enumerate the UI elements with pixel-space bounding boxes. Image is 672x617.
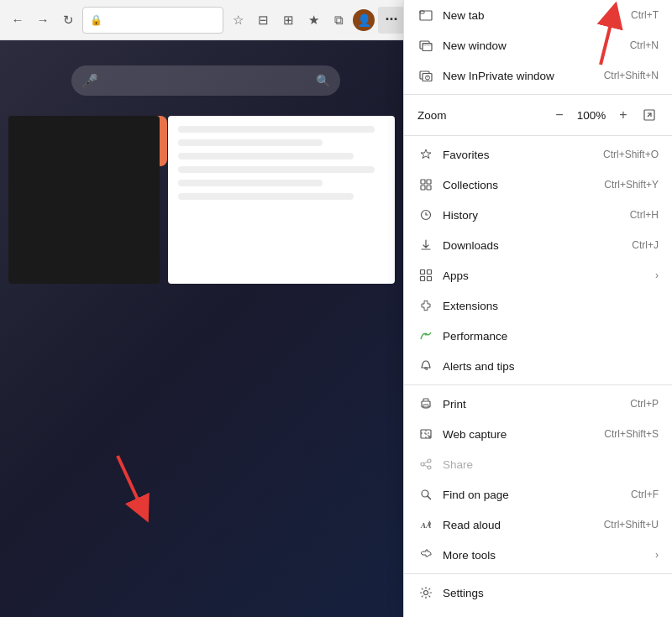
svg-rect-23	[421, 277, 425, 281]
content-line	[178, 139, 323, 146]
webcapture-label: Web capture	[443, 428, 597, 441]
menu-item-downloads[interactable]: Downloads Ctrl+J	[404, 230, 672, 260]
menu-item-alerts[interactable]: Alerts and tips	[404, 351, 672, 381]
collections-icon[interactable]: ⊞	[277, 9, 299, 31]
menu-item-settings[interactable]: Settings	[404, 578, 672, 608]
address-bar[interactable]: 🔒	[82, 7, 223, 34]
favorites-label: Favorites	[443, 149, 596, 161]
menu-item-apps[interactable]: Apps ›	[404, 260, 672, 290]
moretools-label: More tools	[443, 549, 652, 562]
content-line	[178, 126, 375, 133]
divider-2	[404, 135, 672, 136]
svg-rect-8	[423, 44, 432, 46]
alerts-label: Alerts and tips	[443, 360, 659, 373]
zoom-value: 100%	[576, 109, 606, 122]
menu-item-collections[interactable]: Collections Ctrl+Shift+Y	[404, 170, 672, 200]
svg-point-25	[425, 333, 428, 336]
zoom-plus-button[interactable]: +	[613, 105, 633, 125]
browser-toolbar: ← → ↻ 🔒 ☆ ⊟ ⊞ ★ ⧉ 👤 ···	[0, 0, 412, 40]
moretools-arrow: ›	[655, 549, 659, 561]
performance-icon	[417, 327, 434, 344]
svg-line-34	[424, 465, 428, 467]
svg-rect-4	[420, 11, 432, 20]
print-label: Print	[443, 398, 623, 410]
favorites-icon[interactable]: ★	[302, 9, 324, 31]
print-shortcut: Ctrl+P	[630, 398, 659, 410]
settings-label: Settings	[443, 587, 659, 599]
browser-background: ← → ↻ 🔒 ☆ ⊟ ⊞ ★ ⧉ 👤 ··· 🎤 🔍 link1	[0, 0, 412, 617]
menu-item-moretools[interactable]: More tools ›	[404, 540, 672, 570]
menu-item-share: Share	[404, 449, 672, 479]
extensions-icon	[417, 297, 434, 314]
svg-rect-22	[428, 270, 432, 275]
menu-item-webcapture[interactable]: Web capture Ctrl+Shift+S	[404, 419, 672, 449]
menu-item-inprivate[interactable]: New InPrivate window Ctrl+Shift+N	[404, 60, 672, 91]
menu-item-extensions[interactable]: Extensions	[404, 290, 672, 321]
menu-item-new-tab[interactable]: New tab Ctrl+T	[404, 0, 672, 30]
content-panel	[168, 116, 395, 284]
divider-1	[404, 94, 672, 95]
zoom-expand-button[interactable]	[640, 106, 659, 124]
collections-shortcut: Ctrl+Shift+Y	[604, 179, 659, 191]
downloads-shortcut: Ctrl+J	[632, 239, 659, 251]
moretools-icon	[417, 546, 434, 563]
favorites-icon	[417, 146, 434, 163]
user-avatar[interactable]: 👤	[353, 9, 375, 31]
inprivate-label: New InPrivate window	[443, 70, 597, 82]
share-icon	[417, 456, 434, 473]
downloads-label: Downloads	[443, 239, 625, 252]
extensions-label: Extensions	[443, 300, 659, 312]
apps-icon	[417, 267, 434, 284]
back-button[interactable]: ←	[7, 9, 29, 31]
svg-point-32	[428, 466, 431, 469]
performance-label: Performance	[443, 330, 659, 342]
content-line	[178, 193, 354, 200]
search-bar[interactable]: 🎤 🔍	[71, 65, 340, 96]
svg-rect-21	[421, 270, 425, 275]
history-label: History	[443, 209, 623, 222]
svg-rect-18	[427, 186, 431, 190]
find-label: Find on page	[443, 489, 624, 501]
history-shortcut: Ctrl+H	[630, 209, 659, 221]
zoom-control: Zoom − 100% +	[404, 98, 672, 132]
svg-rect-15	[421, 180, 425, 184]
collections-icon	[417, 176, 434, 193]
favorites-shortcut: Ctrl+Shift+O	[603, 149, 659, 160]
menu-item-favorites[interactable]: Favorites Ctrl+Shift+O	[404, 139, 672, 170]
svg-point-39	[424, 591, 428, 595]
alerts-icon	[417, 358, 434, 374]
divider-4	[404, 573, 672, 574]
zoom-controls: − 100% +	[549, 105, 659, 125]
refresh-button[interactable]: ↻	[57, 9, 79, 31]
new-tab-icon	[417, 7, 434, 24]
svg-rect-24	[428, 277, 432, 281]
menu-item-history[interactable]: History Ctrl+H	[404, 200, 672, 230]
content-line	[178, 153, 354, 159]
svg-point-31	[421, 463, 424, 466]
forward-button[interactable]: →	[32, 9, 54, 31]
menu-item-readaloud[interactable]: A 𝐴 Read aloud Ctrl+Shift+U	[404, 510, 672, 540]
settings-icon	[417, 584, 434, 601]
readaloud-shortcut: Ctrl+Shift+U	[604, 519, 659, 531]
menu-item-performance[interactable]: Performance	[404, 321, 672, 351]
new-window-icon	[417, 37, 434, 54]
readaloud-label: Read aloud	[443, 519, 597, 531]
downloads-icon	[417, 237, 434, 254]
find-icon	[417, 486, 434, 503]
star-icon[interactable]: ☆	[227, 9, 249, 31]
split-icon[interactable]: ⊟	[252, 9, 274, 31]
menu-item-help[interactable]: Help and feedback ›	[404, 608, 672, 617]
menu-item-new-window[interactable]: New window Ctrl+N	[404, 30, 672, 60]
readaloud-icon: A 𝐴	[417, 516, 434, 533]
menu-item-print[interactable]: Print Ctrl+P	[404, 389, 672, 419]
inprivate-shortcut: Ctrl+Shift+N	[604, 70, 659, 81]
content-line	[178, 166, 375, 173]
more-options-button[interactable]: ···	[378, 7, 405, 34]
tabs-icon[interactable]: ⧉	[328, 9, 349, 31]
svg-text:A: A	[420, 521, 426, 530]
menu-item-find[interactable]: Find on page Ctrl+F	[404, 479, 672, 510]
new-tab-label: New tab	[443, 9, 624, 22]
svg-rect-16	[427, 180, 431, 184]
dark-content-box	[8, 116, 160, 284]
zoom-minus-button[interactable]: −	[549, 105, 570, 125]
